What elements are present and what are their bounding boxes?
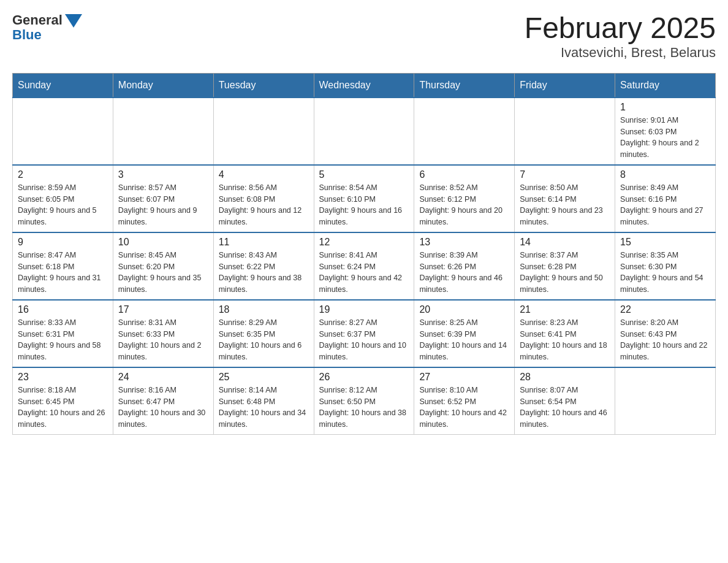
day-info-line: Daylight: 9 hours and 54 minutes. <box>620 274 703 294</box>
calendar-day-cell: 22Sunrise: 8:20 AMSunset: 6:43 PMDayligh… <box>615 300 716 367</box>
calendar-day-cell: 3Sunrise: 8:57 AMSunset: 6:07 PMDaylight… <box>113 165 213 232</box>
calendar-day-cell: 16Sunrise: 8:33 AMSunset: 6:31 PMDayligh… <box>13 300 113 367</box>
day-info-line: Sunset: 6:07 PM <box>118 195 175 204</box>
day-info-line: Sunrise: 8:14 AM <box>219 386 277 394</box>
day-info-line: Sunrise: 8:41 AM <box>319 251 377 259</box>
day-info: Sunrise: 8:47 AMSunset: 6:18 PMDaylight:… <box>18 250 108 296</box>
day-info: Sunrise: 8:23 AMSunset: 6:41 PMDaylight:… <box>520 317 610 363</box>
day-of-week-header: Tuesday <box>213 73 314 98</box>
day-number: 14 <box>520 237 610 248</box>
calendar-week-row: 1Sunrise: 9:01 AMSunset: 6:03 PMDaylight… <box>13 98 716 165</box>
calendar-day-cell: 15Sunrise: 8:35 AMSunset: 6:30 PMDayligh… <box>615 232 716 300</box>
title-block: February 2025 Ivatsevichi, Brest, Belaru… <box>525 12 716 61</box>
calendar-day-cell: 6Sunrise: 8:52 AMSunset: 6:12 PMDaylight… <box>414 165 515 232</box>
day-info-line: Sunrise: 8:10 AM <box>419 386 477 394</box>
day-info: Sunrise: 8:59 AMSunset: 6:05 PMDaylight:… <box>18 182 108 228</box>
day-info-line: Daylight: 9 hours and 16 minutes. <box>319 206 403 226</box>
calendar-day-cell: 20Sunrise: 8:25 AMSunset: 6:39 PMDayligh… <box>414 300 515 367</box>
day-number: 15 <box>620 237 710 248</box>
day-number: 24 <box>118 372 208 383</box>
day-info-line: Sunset: 6:47 PM <box>118 397 175 406</box>
calendar-day-cell: 4Sunrise: 8:56 AMSunset: 6:08 PMDaylight… <box>213 165 314 232</box>
calendar-title: February 2025 <box>525 12 716 45</box>
day-info-line: Sunrise: 8:16 AM <box>118 386 176 394</box>
day-number: 8 <box>620 169 710 180</box>
day-info-line: Daylight: 9 hours and 35 minutes. <box>118 274 202 294</box>
calendar-day-cell: 9Sunrise: 8:47 AMSunset: 6:18 PMDaylight… <box>13 232 113 300</box>
calendar-day-cell <box>515 98 615 165</box>
day-number: 7 <box>520 169 610 180</box>
day-info-line: Daylight: 9 hours and 46 minutes. <box>419 274 502 294</box>
day-info: Sunrise: 8:12 AMSunset: 6:50 PMDaylight:… <box>319 385 409 431</box>
day-number: 13 <box>419 237 509 248</box>
day-number: 2 <box>18 169 108 180</box>
day-info-line: Daylight: 10 hours and 6 minutes. <box>219 341 302 361</box>
day-number: 6 <box>419 169 509 180</box>
day-number: 5 <box>319 169 409 180</box>
calendar-day-cell: 19Sunrise: 8:27 AMSunset: 6:37 PMDayligh… <box>314 300 414 367</box>
day-info-line: Sunset: 6:37 PM <box>319 330 376 339</box>
day-of-week-header: Friday <box>515 73 615 98</box>
day-info-line: Daylight: 9 hours and 12 minutes. <box>219 206 302 226</box>
day-info-line: Daylight: 9 hours and 38 minutes. <box>219 274 302 294</box>
day-info-line: Sunrise: 8:23 AM <box>520 318 578 327</box>
day-info-line: Sunrise: 8:39 AM <box>419 251 477 259</box>
day-info-line: Sunset: 6:16 PM <box>620 195 677 204</box>
calendar-day-cell: 24Sunrise: 8:16 AMSunset: 6:47 PMDayligh… <box>113 367 213 435</box>
calendar-day-cell: 13Sunrise: 8:39 AMSunset: 6:26 PMDayligh… <box>414 232 515 300</box>
calendar-day-cell <box>113 98 213 165</box>
day-info-line: Sunset: 6:14 PM <box>520 195 576 204</box>
calendar-day-cell: 27Sunrise: 8:10 AMSunset: 6:52 PMDayligh… <box>414 367 515 435</box>
day-info-line: Daylight: 10 hours and 42 minutes. <box>419 408 506 429</box>
day-info-line: Sunrise: 8:57 AM <box>118 183 176 192</box>
day-info-line: Sunset: 6:41 PM <box>520 330 576 339</box>
day-info-line: Sunset: 6:03 PM <box>620 128 677 136</box>
day-info-line: Sunrise: 8:12 AM <box>319 386 377 394</box>
day-info-line: Sunset: 6:54 PM <box>520 397 576 406</box>
day-info: Sunrise: 8:57 AMSunset: 6:07 PMDaylight:… <box>118 182 208 228</box>
day-info: Sunrise: 8:29 AMSunset: 6:35 PMDaylight:… <box>219 317 309 363</box>
day-info-line: Sunset: 6:20 PM <box>118 262 175 271</box>
calendar-subtitle: Ivatsevichi, Brest, Belarus <box>525 45 716 61</box>
day-info-line: Sunrise: 8:45 AM <box>118 251 176 259</box>
day-info-line: Sunset: 6:26 PM <box>419 262 476 271</box>
day-info-line: Sunrise: 8:27 AM <box>319 318 377 327</box>
day-number: 27 <box>419 372 509 383</box>
day-number: 17 <box>118 304 208 315</box>
logo: General Blue <box>12 12 82 43</box>
logo-blue-text: Blue <box>12 27 42 43</box>
day-info-line: Daylight: 9 hours and 20 minutes. <box>419 206 502 226</box>
day-info-line: Daylight: 10 hours and 18 minutes. <box>520 341 607 361</box>
calendar-body: 1Sunrise: 9:01 AMSunset: 6:03 PMDaylight… <box>13 98 716 435</box>
calendar-day-cell: 14Sunrise: 8:37 AMSunset: 6:28 PMDayligh… <box>515 232 615 300</box>
calendar-day-cell: 12Sunrise: 8:41 AMSunset: 6:24 PMDayligh… <box>314 232 414 300</box>
day-info-line: Sunset: 6:05 PM <box>18 195 74 204</box>
day-info-line: Sunrise: 8:07 AM <box>520 386 578 394</box>
day-info-line: Sunrise: 8:52 AM <box>419 183 477 192</box>
day-info: Sunrise: 8:18 AMSunset: 6:45 PMDaylight:… <box>18 385 108 431</box>
calendar-day-cell: 18Sunrise: 8:29 AMSunset: 6:35 PMDayligh… <box>213 300 314 367</box>
day-info-line: Sunset: 6:39 PM <box>419 330 476 339</box>
calendar-header: SundayMondayTuesdayWednesdayThursdayFrid… <box>13 73 716 98</box>
logo-triangle-icon <box>65 14 82 28</box>
calendar-day-cell <box>414 98 515 165</box>
day-info-line: Daylight: 9 hours and 9 minutes. <box>118 206 197 226</box>
day-info-line: Sunset: 6:45 PM <box>18 397 74 406</box>
day-number: 9 <box>18 237 108 248</box>
day-info-line: Daylight: 9 hours and 5 minutes. <box>18 206 97 226</box>
day-number: 20 <box>419 304 509 315</box>
day-info: Sunrise: 8:43 AMSunset: 6:22 PMDaylight:… <box>219 250 309 296</box>
day-info-line: Sunset: 6:28 PM <box>520 262 576 271</box>
calendar-day-cell: 28Sunrise: 8:07 AMSunset: 6:54 PMDayligh… <box>515 367 615 435</box>
day-info: Sunrise: 8:56 AMSunset: 6:08 PMDaylight:… <box>219 182 309 228</box>
day-info-line: Sunset: 6:12 PM <box>419 195 476 204</box>
day-info-line: Daylight: 10 hours and 26 minutes. <box>18 408 105 429</box>
day-info-line: Sunrise: 8:20 AM <box>620 318 678 327</box>
day-info-line: Daylight: 9 hours and 58 minutes. <box>18 341 101 361</box>
day-info-line: Sunrise: 8:33 AM <box>18 318 76 327</box>
day-info: Sunrise: 8:16 AMSunset: 6:47 PMDaylight:… <box>118 385 208 431</box>
day-info: Sunrise: 8:37 AMSunset: 6:28 PMDaylight:… <box>520 250 610 296</box>
calendar-day-cell: 2Sunrise: 8:59 AMSunset: 6:05 PMDaylight… <box>13 165 113 232</box>
day-info-line: Sunset: 6:10 PM <box>319 195 376 204</box>
day-info-line: Daylight: 10 hours and 30 minutes. <box>118 408 205 429</box>
